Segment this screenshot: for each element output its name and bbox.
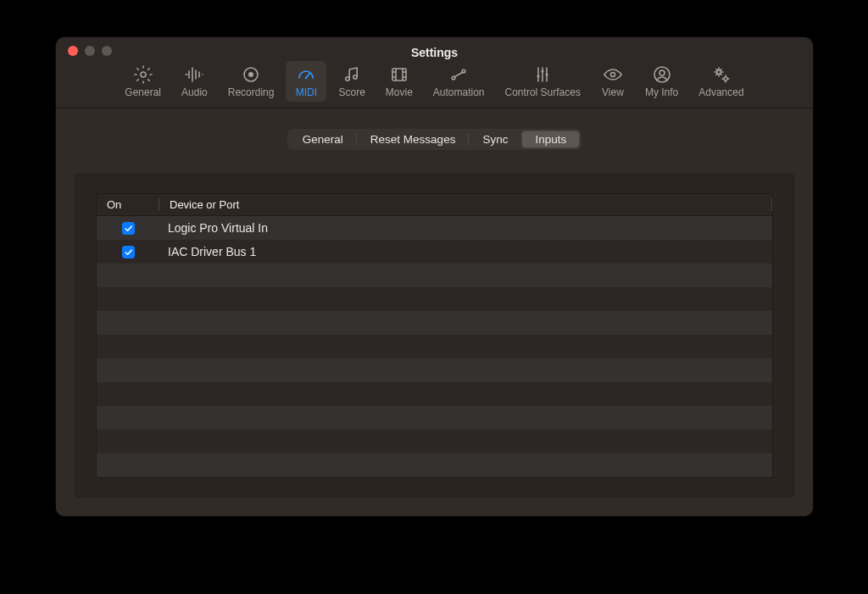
toolbar-item-label: Score xyxy=(338,86,364,98)
toolbar-item-recording[interactable]: Recording xyxy=(220,61,283,102)
toolbar-item-label: Movie xyxy=(386,86,413,98)
toolbar-item-my_info[interactable]: My Info xyxy=(637,61,687,102)
film-icon xyxy=(389,64,409,85)
enable-checkbox[interactable] xyxy=(122,222,135,235)
svg-point-2 xyxy=(248,72,253,77)
table-row-empty xyxy=(97,406,772,430)
table-header: On Device or Port xyxy=(97,194,772,216)
table-body: Logic Pro Virtual InIAC Driver Bus 1 xyxy=(97,216,772,477)
toolbar-item-advanced[interactable]: Advanced xyxy=(690,61,752,102)
record-icon xyxy=(241,64,261,85)
waveform-icon xyxy=(184,64,204,85)
window-title: Settings xyxy=(56,39,813,59)
column-header-device[interactable]: Device or Port xyxy=(159,198,772,211)
svg-point-3 xyxy=(305,77,307,79)
svg-point-10 xyxy=(542,70,544,73)
table-row-empty xyxy=(97,430,772,453)
table-row-empty xyxy=(97,335,772,358)
svg-point-16 xyxy=(724,77,727,80)
cell-on xyxy=(97,246,159,258)
toolbar-item-midi[interactable]: MIDI xyxy=(286,61,326,102)
person-icon xyxy=(652,64,672,85)
svg-point-14 xyxy=(659,70,665,75)
settings-toolbar: GeneralAudioRecordingMIDIScoreMovieAutom… xyxy=(56,61,813,108)
toolbar-item-general[interactable]: General xyxy=(116,61,170,102)
table-row[interactable]: Logic Pro Virtual In xyxy=(97,216,772,240)
subtab-inputs[interactable]: Inputs xyxy=(521,130,580,148)
sliders-icon xyxy=(532,64,553,85)
toolbar-item-label: General xyxy=(125,86,161,98)
table-row-empty xyxy=(97,287,772,311)
window-controls xyxy=(68,46,112,56)
toolbar-item-label: Recording xyxy=(228,86,275,98)
inputs-panel: On Device or Port Logic Pro Virtual InIA… xyxy=(75,174,794,497)
close-window-button[interactable] xyxy=(68,46,78,56)
toolbar-item-audio[interactable]: Audio xyxy=(173,61,216,102)
midi-inputs-table: On Device or Port Logic Pro Virtual InIA… xyxy=(96,193,773,478)
table-row-empty xyxy=(97,311,772,335)
cell-on xyxy=(97,222,159,235)
content-area: GeneralReset MessagesSyncInputs On Devic… xyxy=(56,108,813,516)
midi-subtabs: GeneralReset MessagesSyncInputs xyxy=(287,129,581,150)
column-header-on[interactable]: On xyxy=(97,198,159,211)
gears-icon xyxy=(711,64,732,85)
subtab-general[interactable]: General xyxy=(289,130,357,148)
toolbar-item-label: Audio xyxy=(181,86,208,98)
gauge-icon xyxy=(296,64,316,85)
toolbar-item-score[interactable]: Score xyxy=(330,61,373,102)
table-row[interactable]: IAC Driver Bus 1 xyxy=(97,240,772,264)
toolbar-item-automation[interactable]: Automation xyxy=(425,61,493,102)
toolbar-item-label: View xyxy=(602,86,624,98)
subtab-sync[interactable]: Sync xyxy=(469,130,521,148)
notes-icon xyxy=(342,64,362,85)
cell-device: IAC Driver Bus 1 xyxy=(159,245,772,258)
eye-icon xyxy=(603,64,623,85)
settings-window: Settings GeneralAudioRecordingMIDIScoreM… xyxy=(56,37,813,516)
table-row-empty xyxy=(97,382,772,406)
zoom-window-button[interactable] xyxy=(102,46,112,56)
toolbar-item-movie[interactable]: Movie xyxy=(377,61,421,102)
svg-point-0 xyxy=(141,72,146,77)
minimize-window-button[interactable] xyxy=(85,46,95,56)
svg-point-11 xyxy=(546,74,548,76)
subtab-reset-messages[interactable]: Reset Messages xyxy=(357,130,470,148)
svg-point-9 xyxy=(537,75,540,78)
table-row-empty xyxy=(97,264,772,287)
automation-icon xyxy=(448,64,469,85)
table-row-empty xyxy=(97,358,772,382)
svg-rect-6 xyxy=(392,69,406,80)
titlebar: Settings xyxy=(56,37,813,61)
toolbar-item-label: MIDI xyxy=(296,86,317,98)
toolbar-item-label: Automation xyxy=(433,86,485,98)
cell-device: Logic Pro Virtual In xyxy=(159,221,772,235)
toolbar-item-label: Advanced xyxy=(698,86,743,98)
svg-point-12 xyxy=(610,73,615,77)
enable-checkbox[interactable] xyxy=(122,246,135,258)
table-row-empty xyxy=(97,453,772,477)
toolbar-item-control_surfaces[interactable]: Control Surfaces xyxy=(497,61,589,102)
toolbar-item-label: My Info xyxy=(645,86,678,98)
toolbar-item-label: Control Surfaces xyxy=(505,86,581,98)
toolbar-item-view[interactable]: View xyxy=(593,61,633,102)
gear-icon xyxy=(133,64,153,85)
